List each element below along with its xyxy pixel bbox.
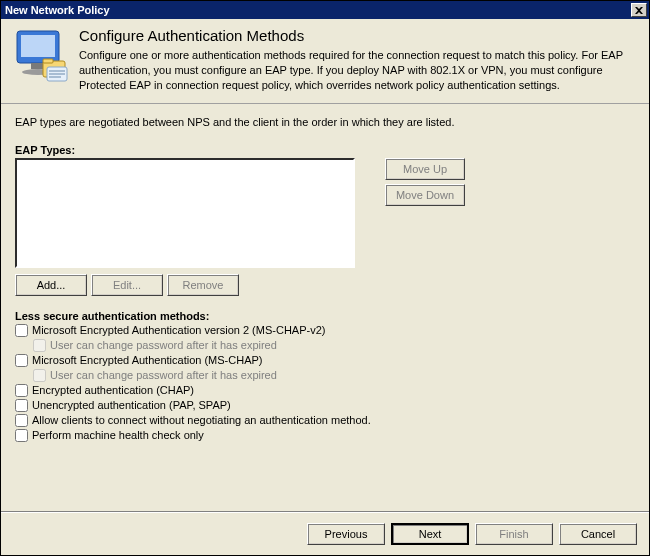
allow-noneg-label: Allow clients to connect without negotia…: [32, 414, 371, 426]
window-title: New Network Policy: [5, 4, 110, 16]
health-check-checkbox[interactable]: [15, 429, 28, 442]
page-description: Configure one or more authentication met…: [79, 48, 637, 93]
page-heading: Configure Authentication Methods: [79, 27, 637, 44]
eap-types-listbox[interactable]: [15, 158, 355, 268]
less-secure-label: Less secure authentication methods:: [15, 310, 635, 322]
mschapv2-pwd-label: User can change password after it has ex…: [50, 339, 277, 351]
mschap-label: Microsoft Encrypted Authentication (MS-C…: [32, 354, 262, 366]
header-text: Configure Authentication Methods Configu…: [79, 27, 637, 93]
pap-checkbox[interactable]: [15, 399, 28, 412]
health-check-label: Perform machine health check only: [32, 429, 204, 441]
cancel-button[interactable]: Cancel: [559, 523, 637, 545]
chap-checkbox[interactable]: [15, 384, 28, 397]
next-button[interactable]: Next: [391, 523, 469, 545]
close-button[interactable]: [631, 3, 647, 17]
mschap-pwd-label: User can change password after it has ex…: [50, 369, 277, 381]
wizard-footer: Previous Next Finish Cancel: [1, 512, 649, 555]
remove-button[interactable]: Remove: [167, 274, 239, 296]
header-area: Configure Authentication Methods Configu…: [1, 19, 649, 104]
previous-button[interactable]: Previous: [307, 523, 385, 545]
eap-types-label: EAP Types:: [15, 144, 635, 156]
monitor-folder-icon: [13, 29, 71, 85]
edit-button[interactable]: Edit...: [91, 274, 163, 296]
eap-order-note: EAP types are negotiated between NPS and…: [15, 116, 635, 128]
finish-button[interactable]: Finish: [475, 523, 553, 545]
close-icon: [635, 7, 643, 14]
move-up-button[interactable]: Move Up: [385, 158, 465, 180]
move-down-button[interactable]: Move Down: [385, 184, 465, 206]
dialog-window: New Network Policy Configure Authen: [0, 0, 650, 556]
body-area: EAP types are negotiated between NPS and…: [1, 104, 649, 512]
title-bar: New Network Policy: [1, 1, 649, 19]
mschapv2-checkbox[interactable]: [15, 324, 28, 337]
pap-label: Unencrypted authentication (PAP, SPAP): [32, 399, 231, 411]
svg-rect-5: [43, 59, 53, 63]
svg-rect-1: [21, 35, 55, 57]
mschap-checkbox[interactable]: [15, 354, 28, 367]
header-icon: [13, 29, 71, 85]
allow-noneg-checkbox[interactable]: [15, 414, 28, 427]
mschapv2-label: Microsoft Encrypted Authentication versi…: [32, 324, 325, 336]
chap-label: Encrypted authentication (CHAP): [32, 384, 194, 396]
mschapv2-pwd-checkbox: [33, 339, 46, 352]
mschap-pwd-checkbox: [33, 369, 46, 382]
add-button[interactable]: Add...: [15, 274, 87, 296]
